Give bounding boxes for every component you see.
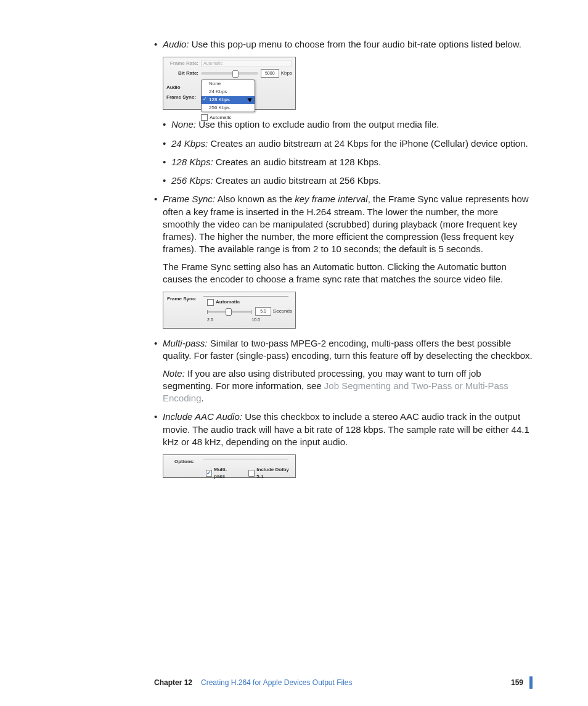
shot1-framerate-label: Frame Rate: xyxy=(166,60,198,67)
shot2-value: 5.0 xyxy=(255,307,271,316)
shot2-slider xyxy=(207,311,251,313)
bullet-audio: Audio: Use this pop-up menu to choose fr… xyxy=(154,38,533,187)
popup-option-24: 24 Kbps xyxy=(202,88,255,96)
bullet-aac: Include AAC Audio: Use this checkbox to … xyxy=(154,411,533,478)
term-aac: Include AAC Audio: xyxy=(163,411,242,422)
shot1-bitrate-value: 5000 xyxy=(261,69,279,78)
text-audio: Use this pop-up menu to choose from the … xyxy=(192,39,521,49)
shot3-multipass-label: Multi-pass xyxy=(214,467,235,480)
term-audio: Audio: xyxy=(163,39,189,49)
popup-option-128: 128 Kbps xyxy=(202,96,255,104)
shot2-unit: Seconds xyxy=(273,308,292,315)
sub-none: None: Use this option to exclude audio f… xyxy=(163,118,533,131)
popup-option-none: None xyxy=(202,80,255,88)
footer-title: Creating H.264 for Apple Devices Output … xyxy=(201,678,511,687)
page-footer: Chapter 12 Creating H.264 for Apple Devi… xyxy=(154,676,533,689)
shot2-label: Frame Sync: xyxy=(167,296,197,303)
shot3-dolby-label: Include Dolby 5.1 xyxy=(256,467,292,480)
bullet-multipass: Multi-pass: Similar to two-pass MPEG-2 e… xyxy=(154,337,533,404)
framesync-para2: The Frame Sync setting also has an Autom… xyxy=(163,261,533,286)
page-content: Audio: Use this pop-up menu to choose fr… xyxy=(0,0,588,478)
shot2-max: 10.0 xyxy=(251,317,260,322)
term-multipass: Multi-pass: xyxy=(163,338,208,348)
screenshot-options: Options: Multi-pass Include Dolby 5.1 xyxy=(163,454,296,478)
shot1-framerate-value: Automatic xyxy=(201,60,292,67)
shot1-audio-label: Audio xyxy=(166,84,181,91)
screenshot-framesync: Frame Sync: Automatic 5.0 Seconds 2.0 10… xyxy=(163,292,296,329)
shot1-bitrate-unit: Kbps xyxy=(281,70,292,77)
bullet-framesync: Frame Sync: Also known as the key frame … xyxy=(154,193,533,329)
shot3-multipass-checkbox xyxy=(206,470,212,477)
shot3-label: Options: xyxy=(174,459,195,466)
sub-256: 256 Kbps: Creates an audio bitstream at … xyxy=(163,174,533,187)
shot1-bitrate-slider xyxy=(201,72,258,75)
term-framesync: Frame Sync: xyxy=(163,194,215,204)
sub-24: 24 Kbps: Creates an audio bitstream at 2… xyxy=(163,138,533,150)
shot2-automatic-checkbox xyxy=(207,299,214,306)
cursor-icon xyxy=(248,97,253,102)
screenshot-audio-popup: Frame Rate: Automatic Bit Rate: 5000 Kbp… xyxy=(163,57,296,110)
shot2-automatic-label: Automatic xyxy=(216,299,240,306)
shot1-bitrate-label: Bit Rate: xyxy=(166,70,198,77)
footer-chapter: Chapter 12 xyxy=(154,678,192,687)
shot3-dolby-checkbox xyxy=(248,470,255,477)
footer-page: 159 xyxy=(511,678,523,687)
shot1-popup: None 24 Kbps 128 Kbps 256 Kbps xyxy=(201,80,255,112)
shot1-framesync-label: Frame Sync: xyxy=(166,94,196,101)
shot2-min: 2.0 xyxy=(207,317,213,322)
note-term: Note: xyxy=(163,368,185,379)
popup-option-256: 256 Kbps xyxy=(202,104,255,112)
sub-128: 128 Kbps: Creates an audio bitstream at … xyxy=(163,156,533,168)
